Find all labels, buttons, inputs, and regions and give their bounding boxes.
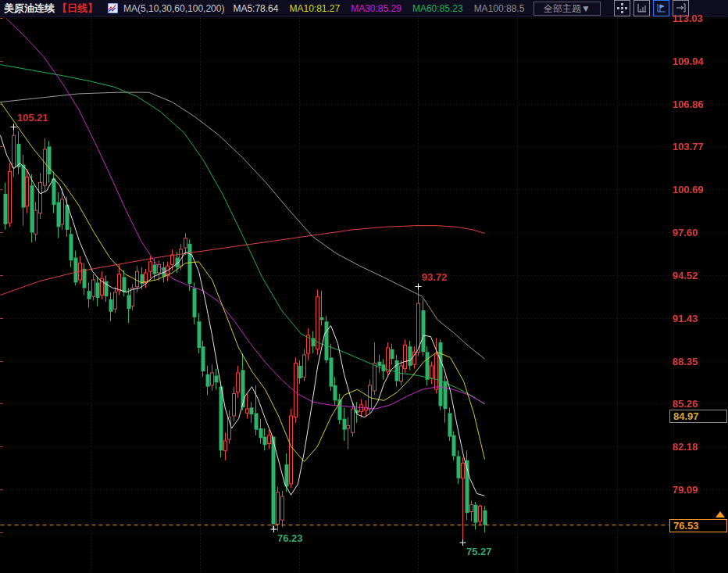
ma-legend-item: MA5:78.64: [233, 3, 278, 14]
chart-area: 113.03109.94106.86103.77100.6997.6094.52…: [0, 17, 728, 573]
y-axis-label: 94.52: [673, 270, 698, 281]
chart-topbar: 美原油连续 【日线】 MA(5,10,30,60,100,200) MA5:78…: [0, 0, 728, 17]
ma-legend-item: MA100:88.5: [474, 3, 525, 14]
instrument-title[interactable]: 美原油连续: [4, 2, 55, 16]
y-axis-label: 103.77: [673, 141, 704, 152]
prev-close-badge: 84.97: [669, 410, 727, 423]
y-axis-label: 97.60: [673, 227, 698, 238]
ma-legend-item: MA60:85.23: [412, 3, 463, 14]
y-axis-label: 106.86: [673, 98, 704, 110]
axis-chart-icon[interactable]: [633, 0, 650, 16]
y-axis-label: 82.18: [673, 441, 698, 453]
y-axis-label: 109.94: [673, 56, 704, 67]
candlestick-chart-canvas[interactable]: [0, 17, 728, 573]
price-annotation-label: 93.72: [422, 271, 448, 283]
chart-app: { "topbar": { "title": "美原油连续", "period"…: [0, 0, 728, 573]
flag-chart-icon[interactable]: [653, 0, 669, 16]
grid-layout-icon[interactable]: [614, 0, 630, 16]
y-axis-label: 113.03: [673, 13, 703, 24]
ma-legend-item: MA30:85.29: [351, 3, 401, 14]
indicator-chart-icon[interactable]: [108, 3, 118, 13]
theme-dropdown[interactable]: 全部主题▼: [534, 2, 601, 16]
period-label[interactable]: 【日线】: [57, 2, 98, 16]
ma-legend-item: MA10:81.27: [289, 3, 340, 14]
price-annotation-label: 75.27: [466, 546, 492, 557]
price-annotation-label: 105.21: [17, 112, 48, 124]
y-axis-label: 100.69: [673, 184, 704, 195]
y-axis-label: 91.43: [673, 313, 698, 324]
y-axis-label: 79.09: [673, 484, 698, 496]
ma-formula[interactable]: MA(5,10,30,60,100,200): [123, 3, 224, 14]
latest-price-badge: 76.53: [669, 519, 727, 532]
y-axis-label: 85.26: [673, 398, 698, 410]
ma-legend: MA5:78.64MA10:81.27MA30:85.29MA60:85.23M…: [233, 3, 524, 14]
y-axis-label: 88.35: [673, 356, 698, 367]
jump-to-latest-arrow[interactable]: [716, 511, 725, 517]
price-annotation-label: 76.23: [277, 532, 303, 544]
